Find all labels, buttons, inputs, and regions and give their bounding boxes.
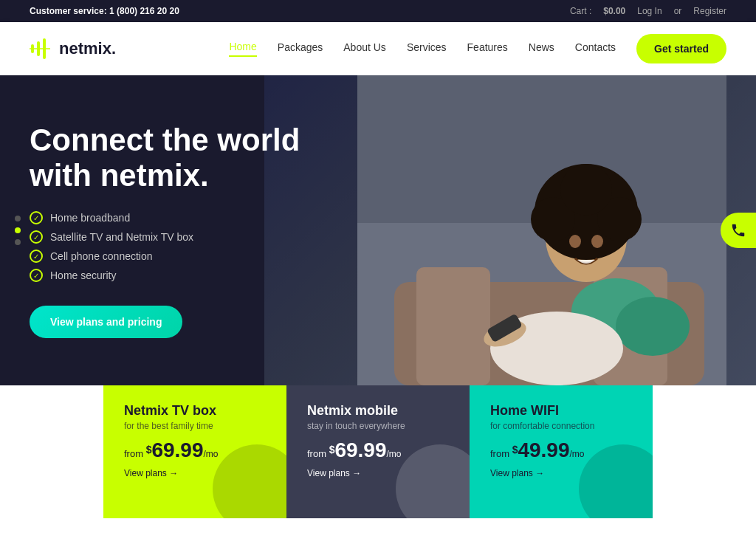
wifi-card-title: Home WIFI — [490, 403, 632, 419]
phone-button[interactable] — [721, 213, 756, 248]
tv-card-title: Netmix TV box — [124, 403, 266, 419]
nav-home[interactable]: Home — [229, 41, 256, 57]
check-icon-1: ✓ — [30, 211, 43, 224]
nav-features[interactable]: Features — [467, 41, 508, 56]
mobile-card-title: Netmix mobile — [307, 403, 449, 419]
svg-point-19 — [591, 235, 603, 248]
hero-image — [357, 75, 726, 385]
hero-section: Connect the world with netmix. ✓ Home br… — [0, 75, 756, 385]
nav: Home Packages About Us Services Features… — [229, 34, 726, 63]
bottom-section: Experience the magic of technology — [0, 518, 756, 550]
or-separator: or — [674, 6, 682, 16]
cart-amount[interactable]: $0.00 — [603, 6, 625, 16]
svg-point-10 — [616, 297, 690, 356]
hero-person-svg — [357, 75, 726, 385]
hero-features-list: ✓ Home broadband ✓ Satellite TV and Netm… — [30, 211, 300, 282]
login-link[interactable]: Log In — [637, 6, 662, 16]
view-plans-button[interactable]: View plans and pricing — [30, 306, 182, 338]
get-started-button[interactable]: Get started — [636, 34, 726, 63]
service-card-wifi[interactable]: Home WIFI for comfortable connection fro… — [470, 385, 653, 518]
register-link[interactable]: Register — [693, 6, 726, 16]
logo-text: netmix. — [59, 39, 116, 58]
svg-point-17 — [560, 164, 612, 216]
feature-4: ✓ Home security — [30, 269, 300, 282]
svg-point-18 — [569, 235, 581, 248]
service-card-mobile[interactable]: Netmix mobile stay in touch everywhere f… — [286, 385, 470, 518]
logo-icon — [30, 37, 53, 61]
top-bar: Customer service: 1 (800) 216 20 20 Cart… — [0, 0, 756, 22]
feature-2: ✓ Satellite TV and Netmix TV box — [30, 230, 300, 244]
hero-title: Connect the world with netmix. — [30, 123, 300, 194]
tv-card-subtitle: for the best family time — [124, 421, 266, 431]
nav-news[interactable]: News — [529, 41, 554, 56]
service-card-tv[interactable]: Netmix TV box for the best family time f… — [103, 385, 286, 518]
nav-contacts[interactable]: Contacts — [575, 41, 616, 56]
phone-number: 1 (800) 216 20 20 — [109, 6, 179, 16]
nav-packages[interactable]: Packages — [278, 41, 323, 56]
top-bar-right: Cart : $0.00 Log In or Register — [570, 6, 726, 16]
customer-service-label: Customer service: — [30, 6, 107, 16]
phone-icon — [730, 222, 746, 238]
mobile-card-subtitle: stay in touch everywhere — [307, 421, 449, 431]
logo[interactable]: netmix. — [30, 37, 116, 61]
header: netmix. Home Packages About Us Services … — [0, 22, 756, 75]
svg-rect-7 — [416, 267, 490, 385]
check-icon-2: ✓ — [30, 230, 43, 244]
check-icon-4: ✓ — [30, 269, 43, 282]
nav-services[interactable]: Services — [407, 41, 447, 56]
services-section: Netmix TV box for the best family time f… — [103, 385, 653, 518]
check-icon-3: ✓ — [30, 250, 43, 263]
hero-content: Connect the world with netmix. ✓ Home br… — [0, 123, 329, 339]
wifi-card-subtitle: for comfortable connection — [490, 421, 632, 431]
cart-label: Cart : — [570, 6, 591, 16]
feature-3: ✓ Cell phone connection — [30, 250, 300, 263]
nav-about-us[interactable]: About Us — [343, 41, 386, 56]
feature-1: ✓ Home broadband — [30, 211, 300, 224]
customer-service: Customer service: 1 (800) 216 20 20 — [30, 6, 179, 16]
